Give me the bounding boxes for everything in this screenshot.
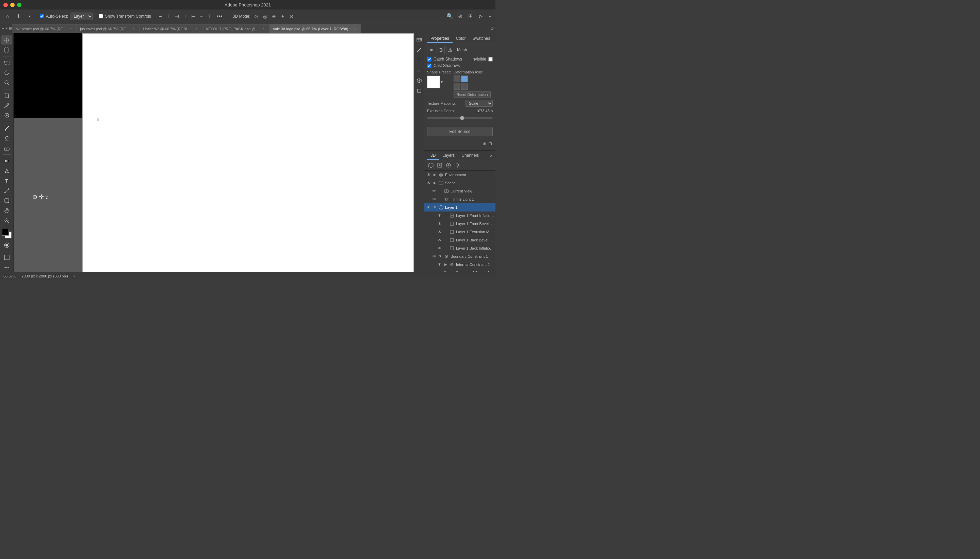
auto-select-checkbox[interactable]: [40, 14, 44, 18]
tab-swatches[interactable]: Swatches: [469, 35, 493, 43]
layer-bi-vis[interactable]: 👁: [436, 245, 443, 251]
share-icon[interactable]: ⊳: [476, 12, 484, 20]
tab-1[interactable]: jus cover.psd @ 66.7% (RG... ×: [76, 24, 139, 33]
add-constraint-btn[interactable]: [445, 162, 452, 169]
move-button[interactable]: ✛: [13, 12, 23, 21]
bottom-tab-channels[interactable]: Channels: [458, 152, 482, 160]
tab-4-close[interactable]: ×: [353, 27, 357, 31]
lasso-tool-btn[interactable]: [2, 68, 12, 77]
home-button[interactable]: ⌂: [3, 12, 12, 21]
layer-bc-expand[interactable]: ▼: [438, 254, 442, 258]
tab-3-close[interactable]: ×: [262, 27, 266, 31]
hand-btn[interactable]: [2, 206, 12, 215]
deform-axis-1[interactable]: [461, 76, 468, 82]
invisible-checkbox[interactable]: [488, 57, 493, 61]
panel-icon-history[interactable]: [415, 86, 424, 95]
canvas-area[interactable]: ⊞ ⊕ ✛ ↕: [13, 33, 414, 272]
layer-bc-vis[interactable]: 👁: [431, 253, 437, 260]
canvas-resize-handle[interactable]: ⊞: [97, 117, 99, 121]
show-transform-checkbox[interactable]: [99, 14, 103, 18]
search-icon[interactable]: 🔍: [446, 12, 454, 20]
layer-cv-vis[interactable]: 👁: [431, 188, 437, 194]
texture-mapping-dropdown[interactable]: Scale Tile UV: [466, 100, 493, 107]
path-btn[interactable]: [2, 186, 12, 195]
tabs-collapse-btn[interactable]: »: [491, 25, 494, 31]
layer-front-inflation[interactable]: 👁 Layer 1 Front Inflation Material: [425, 212, 496, 220]
layer-1-expand[interactable]: ▼: [433, 205, 437, 210]
layer-bb-vis[interactable]: 👁: [436, 237, 443, 243]
minimize-button[interactable]: [10, 3, 15, 7]
layer-ex-vis[interactable]: 👁: [436, 229, 443, 235]
panel-icon-paragraph[interactable]: [415, 66, 424, 75]
quick-select-btn[interactable]: [2, 78, 12, 87]
tab-0-close[interactable]: ×: [68, 27, 73, 31]
healing-btn[interactable]: [2, 111, 12, 120]
tab-1-close[interactable]: ×: [131, 27, 136, 31]
fg-bg-swatches[interactable]: [2, 229, 12, 238]
tab-color[interactable]: Color: [453, 35, 469, 43]
extrusion-depth-slider[interactable]: [427, 117, 493, 119]
shape-preset-box[interactable]: [427, 76, 440, 88]
gradient-btn[interactable]: [2, 156, 12, 165]
crop-tool-btn[interactable]: [2, 91, 12, 100]
3d-mode-slide[interactable]: ✦: [279, 13, 287, 20]
add-layer-btn[interactable]: [436, 162, 443, 169]
align-bottom-btn[interactable]: ⊣: [198, 13, 205, 20]
collapse-panel-btn[interactable]: »: [487, 13, 493, 19]
layer-env-expand[interactable]: ▶: [433, 173, 437, 177]
screen-mode-btn[interactable]: [2, 252, 12, 263]
layer-scene-expand[interactable]: ▶: [433, 181, 437, 185]
panel-delete-icon[interactable]: 🗑: [488, 141, 493, 146]
panel-icon-type[interactable]: T: [415, 56, 424, 64]
3d-mode-pan[interactable]: ⊕: [270, 13, 278, 20]
mesh-icon-3[interactable]: [446, 46, 454, 54]
layer-scene[interactable]: 👁 ▶ Scene: [425, 179, 496, 187]
layer-env-vis[interactable]: 👁: [426, 172, 432, 178]
artboard-tool-btn[interactable]: [2, 45, 12, 55]
layer-fi-vis[interactable]: 👁: [436, 213, 443, 218]
quick-mask-btn[interactable]: [2, 240, 12, 251]
bottom-tab-layers[interactable]: Layers: [439, 152, 458, 160]
tab-4[interactable]: vale 3d logo.psd @ 66.7% (Layer 1, RGB/8…: [270, 24, 361, 33]
shape-preset-dropdown-arrow[interactable]: ▾: [441, 79, 443, 84]
type-btn[interactable]: T: [2, 176, 12, 185]
marquee-tool-btn[interactable]: [2, 58, 12, 67]
layer-front-bevel[interactable]: 👁 Layer 1 Front Bevel Material: [425, 220, 496, 228]
tab-options-btn[interactable]: ×: [5, 25, 8, 31]
layer-extrusion[interactable]: 👁 Layer 1 Extrusion Material: [425, 228, 496, 236]
move-options[interactable]: ▾: [25, 12, 34, 21]
tab-0[interactable]: ok! peace.psd @ 66.7% (RG... ×: [12, 24, 76, 33]
deform-axis-0[interactable]: [454, 76, 460, 82]
eyedropper-btn[interactable]: [2, 101, 12, 110]
layer-environment[interactable]: 👁 ▶ Environment: [425, 171, 496, 179]
zoom-btn[interactable]: [2, 216, 12, 225]
pen-btn[interactable]: [2, 166, 12, 175]
tab-properties[interactable]: Properties: [427, 35, 453, 43]
align-top-btn[interactable]: ⊥: [181, 13, 189, 20]
layer-ic2-vis[interactable]: 👁: [436, 261, 443, 268]
search-btn[interactable]: ⊕: [456, 12, 464, 20]
layer-infinite-light[interactable]: 👁 Infinite Light 1: [425, 195, 496, 203]
panel-image-icon[interactable]: ⊞: [483, 141, 487, 146]
close-button[interactable]: [3, 3, 8, 7]
align-center-v-btn[interactable]: ⊤: [165, 13, 172, 20]
layer-1[interactable]: 👁 ▼ Layer 1: [425, 203, 496, 212]
tab-2-close[interactable]: ×: [194, 27, 198, 31]
move-tool-btn[interactable]: [2, 35, 12, 45]
panel-icon-mesh[interactable]: [415, 35, 424, 44]
mesh-icon-2[interactable]: [436, 46, 445, 54]
dots-icon[interactable]: •••: [5, 265, 9, 270]
catch-shadows-checkbox[interactable]: [427, 57, 431, 61]
panel-icon-3d[interactable]: [415, 76, 424, 85]
layer-ic2-expand[interactable]: ▶: [444, 263, 448, 266]
new-tab-btn[interactable]: +: [2, 25, 5, 31]
layer-scene-vis[interactable]: 👁: [426, 180, 432, 186]
more-options-button[interactable]: •••: [215, 12, 224, 21]
layer-internal-constraint-2[interactable]: 👁 ▶ Internal Constraint 2: [425, 260, 496, 269]
tab-3[interactable]: VELOUR_PRO_PACK.psd @ ... ×: [202, 24, 270, 33]
bottom-tab-collapse[interactable]: ×: [490, 153, 493, 159]
foreground-swatch[interactable]: [2, 229, 9, 236]
cast-shadows-checkbox[interactable]: [427, 64, 431, 68]
layer-current-view[interactable]: 👁 Current View: [425, 187, 496, 195]
panel-icon-paint[interactable]: [415, 46, 424, 55]
